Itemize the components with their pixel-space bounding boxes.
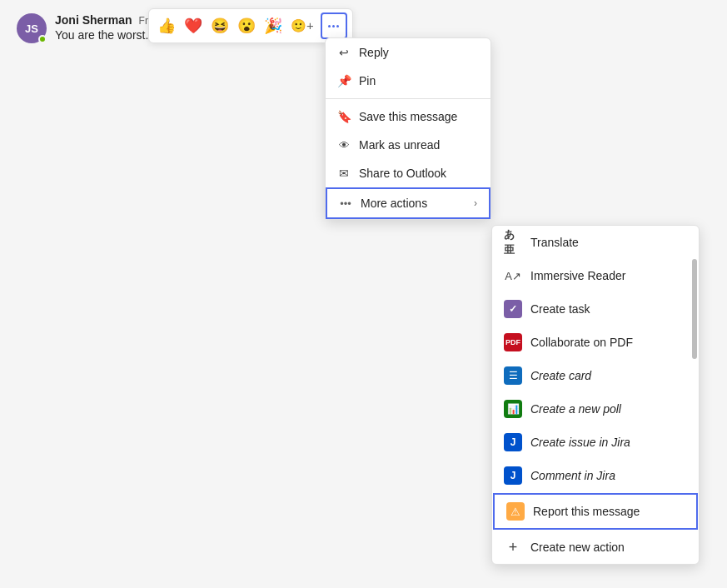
more-actions-button[interactable] <box>321 12 347 39</box>
emoji-party[interactable]: 🎉 <box>261 15 286 37</box>
menu-label-mark-unread: Mark as unread <box>359 138 440 152</box>
share-outlook-icon: ✉ <box>337 167 351 180</box>
avatar: JS <box>17 13 47 43</box>
chat-area: JS Joni Sherman Frid You are the worst. … <box>0 0 727 588</box>
submenu-item-create-action[interactable]: + Create new action <box>492 531 699 564</box>
create-action-icon: + <box>504 538 522 556</box>
submenu: あ亜 Translate A↗ Immersive Reader ✓ Creat… <box>491 225 700 565</box>
submenu-label-comment-jira: Comment in Jira <box>530 469 615 482</box>
create-poll-icon: 📊 <box>504 400 522 418</box>
submenu-item-create-card[interactable]: ☰ Create card <box>492 359 699 392</box>
menu-label-more-actions: More actions <box>361 197 427 210</box>
submenu-item-collaborate-pdf[interactable]: PDF Collaborate on PDF <box>492 326 699 359</box>
scrollbar-area[interactable] <box>692 234 697 556</box>
more-actions-icon: ••• <box>339 197 352 210</box>
reply-icon: ↩ <box>337 46 351 59</box>
submenu-label-create-jira: Create issue in Jira <box>530 436 630 449</box>
submenu-label-create-card: Create card <box>530 369 591 382</box>
submenu-label-collaborate-pdf: Collaborate on PDF <box>530 336 633 349</box>
emoji-add[interactable]: 🙂+ <box>287 17 317 35</box>
comment-jira-icon: J <box>504 466 522 485</box>
submenu-item-translate[interactable]: あ亜 Translate <box>492 226 699 259</box>
create-task-icon: ✓ <box>504 300 522 318</box>
save-icon: 🔖 <box>337 110 351 123</box>
sender-name: Joni Sherman <box>55 13 132 27</box>
menu-label-reply: Reply <box>359 46 389 59</box>
reaction-bar: 👍 ❤️ 😆 😮 🎉 🙂+ <box>148 8 353 43</box>
menu-item-share-outlook[interactable]: ✉ Share to Outlook <box>326 159 490 187</box>
scrollbar-thumb[interactable] <box>692 259 697 359</box>
submenu-item-create-poll[interactable]: 📊 Create a new poll <box>492 392 699 426</box>
submenu-item-report[interactable]: ⚠ Report this message <box>493 493 698 530</box>
submenu-item-create-task[interactable]: ✓ Create task <box>492 292 699 326</box>
context-menu: ↩ Reply 📌 Pin 🔖 Save this message 👁 Mark… <box>325 37 491 220</box>
translate-icon: あ亜 <box>504 233 522 252</box>
avatar-status-indicator <box>38 35 47 43</box>
emoji-laugh[interactable]: 😆 <box>207 15 232 37</box>
submenu-item-comment-jira[interactable]: J Comment in Jira <box>492 459 699 492</box>
collaborate-pdf-icon: PDF <box>504 333 522 351</box>
submenu-item-create-jira[interactable]: J Create issue in Jira <box>492 426 699 459</box>
menu-label-share-outlook: Share to Outlook <box>359 167 446 180</box>
submenu-label-create-action: Create new action <box>530 541 625 554</box>
menu-item-reply[interactable]: ↩ Reply <box>326 38 490 67</box>
menu-item-more-actions[interactable]: ••• More actions › <box>326 187 490 219</box>
chevron-right-icon: › <box>474 197 477 209</box>
three-dots-icon <box>328 25 339 27</box>
menu-item-save[interactable]: 🔖 Save this message <box>326 102 490 131</box>
menu-divider-1 <box>326 98 490 99</box>
menu-item-mark-unread[interactable]: 👁 Mark as unread <box>326 131 490 159</box>
immersive-reader-icon: A↗ <box>504 267 522 285</box>
create-card-icon: ☰ <box>504 366 522 385</box>
submenu-label-create-poll: Create a new poll <box>530 402 621 416</box>
submenu-item-immersive[interactable]: A↗ Immersive Reader <box>492 259 699 292</box>
emoji-thumbsup[interactable]: 👍 <box>154 15 179 37</box>
report-icon: ⚠ <box>506 502 525 521</box>
submenu-label-create-task: Create task <box>530 302 590 316</box>
emoji-surprised[interactable]: 😮 <box>234 15 259 37</box>
menu-label-pin: Pin <box>359 74 376 87</box>
menu-item-pin[interactable]: 📌 Pin <box>326 67 490 95</box>
mark-unread-icon: 👁 <box>337 139 351 152</box>
menu-label-save: Save this message <box>359 110 457 123</box>
submenu-label-report: Report this message <box>533 505 640 518</box>
emoji-heart[interactable]: ❤️ <box>181 15 206 37</box>
submenu-label-translate: Translate <box>530 236 579 249</box>
submenu-label-immersive: Immersive Reader <box>530 269 625 282</box>
create-jira-icon: J <box>504 433 522 451</box>
pin-icon: 📌 <box>337 74 351 87</box>
